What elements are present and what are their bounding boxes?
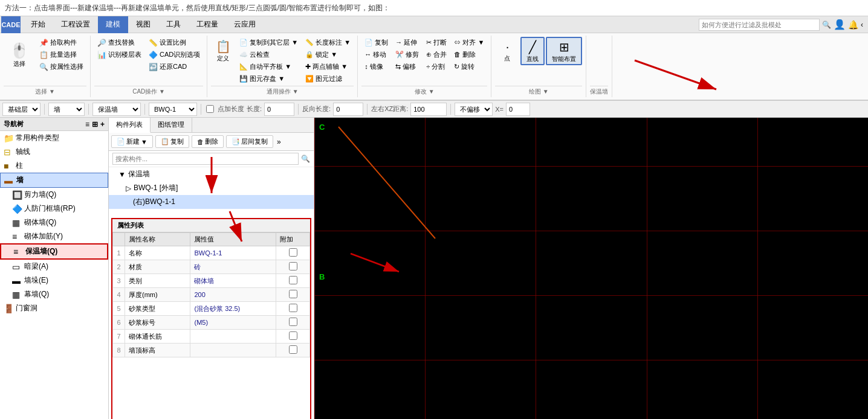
copy-btn[interactable]: 📄 复制 bbox=[361, 37, 391, 48]
col-name: 属性名称 bbox=[125, 233, 190, 246]
delete-btn[interactable]: 🗑 删除 bbox=[451, 49, 487, 60]
tab-quantities[interactable]: 工程量 bbox=[189, 16, 226, 33]
set-scale-btn[interactable]: 📏设置比例 bbox=[146, 37, 203, 48]
nav-item-doors-windows[interactable]: 🚪 门窗洞 bbox=[0, 301, 108, 315]
tab-cloud[interactable]: 云应用 bbox=[226, 16, 264, 33]
mirror-btn[interactable]: ↕️ 镜像 bbox=[361, 61, 391, 72]
attr-select-btn[interactable]: 🔍按属性选择 bbox=[36, 61, 86, 72]
prop-extra[interactable] bbox=[276, 316, 310, 330]
tab-component-list[interactable]: 构件列表 bbox=[109, 118, 151, 133]
break-btn[interactable]: ✂ 打断 bbox=[423, 37, 450, 48]
search-icon[interactable]: 🔍 bbox=[822, 21, 831, 29]
nav-item-civil-wall[interactable]: 🔷 人防门框墙(RP) bbox=[0, 202, 108, 216]
nav-item-hidden-beam[interactable]: ▭ 暗梁(A) bbox=[0, 260, 108, 273]
element-save-btn[interactable]: 💾 图元存盘 ▼ bbox=[236, 73, 301, 85]
trim-btn[interactable]: ✂️ 修剪 bbox=[392, 49, 422, 60]
new-component-btn[interactable]: 📄 新建 ▼ bbox=[111, 135, 153, 148]
cloud-check-btn[interactable]: ☁️ 云检查 bbox=[236, 49, 301, 60]
restore-cad-btn[interactable]: ↩️还原CAD bbox=[146, 61, 203, 72]
lock-btn[interactable]: 🔒 锁定 ▼ bbox=[302, 49, 354, 60]
x-input[interactable] bbox=[506, 103, 530, 116]
move-btn[interactable]: ↔️ 移动 bbox=[361, 49, 391, 60]
nav-grid-icon[interactable]: ⊞ bbox=[92, 120, 98, 129]
nav-item-wall-pier[interactable]: ▬ 墙垛(E) bbox=[0, 273, 108, 287]
length-mark-btn[interactable]: 📏 长度标注 ▼ bbox=[302, 37, 354, 48]
pickup-btn[interactable]: 📌拾取构件 bbox=[36, 37, 86, 48]
offset-btn[interactable]: ⇆ 偏移 bbox=[392, 61, 422, 72]
layer-select[interactable]: 基础层 bbox=[2, 103, 40, 116]
nav-add-icon[interactable]: + bbox=[100, 120, 105, 129]
prop-extra[interactable] bbox=[276, 260, 310, 274]
prop-value[interactable] bbox=[190, 344, 276, 357]
find-replace-btn[interactable]: 🔎查找替换 bbox=[94, 37, 144, 48]
delete-component-btn[interactable]: 🗑 删除 bbox=[192, 135, 224, 148]
prop-value[interactable]: 砌体墙 bbox=[190, 274, 276, 288]
merge-btn[interactable]: ⊕ 合并 bbox=[423, 49, 450, 60]
tab-drawing-mgmt[interactable]: 图纸管理 bbox=[151, 118, 192, 132]
comp-item-bwq1[interactable]: ▷ BWQ-1 [外墙] bbox=[109, 181, 314, 195]
extend-btn[interactable]: → 延伸 bbox=[392, 37, 422, 48]
nav-item-axis[interactable]: ⊟ 轴线 bbox=[0, 145, 108, 159]
tab-modeling[interactable]: 建模 bbox=[98, 16, 128, 33]
comp-item-insulation-group[interactable]: ▼ 保温墙 bbox=[109, 167, 314, 181]
batch-select-btn[interactable]: 📋批量选择 bbox=[36, 49, 86, 60]
smart-arrange-btn[interactable]: ⊞ 智能布置 bbox=[546, 37, 582, 65]
define-btn[interactable]: 📋 定义 bbox=[211, 37, 235, 64]
copy-to-floor-btn[interactable]: 📄 复制到其它层 ▼ bbox=[236, 37, 301, 48]
cad-identify-btn[interactable]: 🔷CAD识别选项 bbox=[146, 49, 203, 60]
prop-extra[interactable] bbox=[276, 274, 310, 288]
rotate-btn[interactable]: ↻ 旋转 bbox=[451, 61, 487, 72]
nav-item-masonry-wall[interactable]: ▦ 砌体墙(Q) bbox=[0, 216, 108, 229]
two-point-axis-btn[interactable]: ✚ 两点辅轴 ▼ bbox=[302, 61, 354, 72]
bell-icon[interactable]: 🔔 bbox=[848, 20, 858, 30]
distance-input[interactable] bbox=[410, 103, 447, 116]
prop-value[interactable]: 200 bbox=[190, 288, 276, 302]
auto-level-btn[interactable]: 📐 自动平齐板 ▼ bbox=[236, 61, 301, 72]
nav-item-curtain-wall[interactable]: ▦ 幕墙(Q) bbox=[0, 287, 108, 301]
offset-select[interactable]: 不偏移 bbox=[455, 103, 493, 116]
nav-item-wall[interactable]: ▬ 墙 bbox=[0, 173, 108, 188]
component-type-select[interactable]: 保温墙 bbox=[92, 103, 141, 116]
prop-value[interactable]: (混合砂浆 32.5) bbox=[190, 302, 276, 316]
prop-value[interactable] bbox=[190, 330, 276, 344]
point-draw-btn[interactable]: · 点 bbox=[495, 37, 519, 64]
search-icon[interactable]: 🔍 bbox=[301, 155, 310, 163]
prop-value[interactable]: (M5) bbox=[190, 316, 276, 330]
identify-layer-btn[interactable]: 📊识别楼层表 bbox=[94, 49, 144, 60]
component-select[interactable]: BWQ-1 bbox=[149, 103, 197, 116]
tab-project-settings[interactable]: 工程设置 bbox=[53, 16, 98, 33]
tab-start[interactable]: 开始 bbox=[23, 16, 53, 33]
point-length-checkbox[interactable] bbox=[206, 105, 214, 113]
nav-item-insulation-wall[interactable]: ≡ 保温墙(Q) bbox=[0, 243, 108, 260]
ribbon-search-input[interactable] bbox=[699, 19, 820, 31]
element-filter-btn[interactable]: 🔽 图元过滤 bbox=[302, 73, 354, 85]
nav-item-masonry-rebar[interactable]: ≡ 砌体加筋(Y) bbox=[0, 229, 108, 243]
nav-item-common[interactable]: 📁 常用构件类型 bbox=[0, 131, 108, 145]
prop-extra[interactable] bbox=[276, 246, 310, 260]
more-btn[interactable]: » bbox=[277, 138, 281, 146]
floor-copy-btn[interactable]: 📑 层间复制 bbox=[226, 135, 273, 148]
prop-value[interactable]: 砖 bbox=[190, 260, 276, 274]
reverse-length-input[interactable] bbox=[333, 103, 363, 116]
align-btn[interactable]: ⇔ 对齐 ▼ bbox=[451, 37, 487, 48]
copy-component-btn[interactable]: 📋 复制 bbox=[155, 135, 189, 148]
nav-list-icon[interactable]: ≡ bbox=[85, 120, 89, 129]
nav-item-column[interactable]: ■ 柱 bbox=[0, 159, 108, 173]
prop-extra[interactable] bbox=[276, 288, 310, 302]
length-input[interactable] bbox=[264, 103, 294, 116]
chevron-icon[interactable]: ‹ bbox=[861, 21, 863, 29]
split-btn[interactable]: ÷ 分割 bbox=[423, 61, 450, 72]
comp-item-bwq1-1[interactable]: (右)BWQ-1-1 bbox=[109, 195, 314, 209]
wall-type-select[interactable]: 墙 bbox=[48, 103, 85, 116]
tab-tools[interactable]: 工具 bbox=[158, 16, 189, 33]
nav-item-shear-wall[interactable]: 🔲 剪力墙(Q) bbox=[0, 188, 108, 202]
component-search-input[interactable] bbox=[112, 153, 299, 165]
select-button[interactable]: 🖱️ 选择 bbox=[4, 37, 35, 72]
nav-header: 导航树 ≡ ⊞ + bbox=[0, 118, 108, 131]
tab-view[interactable]: 视图 bbox=[128, 16, 158, 33]
prop-extra[interactable] bbox=[276, 330, 310, 344]
prop-value[interactable]: BWQ-1-1 bbox=[190, 246, 276, 260]
line-draw-btn[interactable]: ╱ 直线 bbox=[520, 37, 545, 65]
prop-extra[interactable] bbox=[276, 344, 310, 357]
prop-extra[interactable] bbox=[276, 302, 310, 316]
